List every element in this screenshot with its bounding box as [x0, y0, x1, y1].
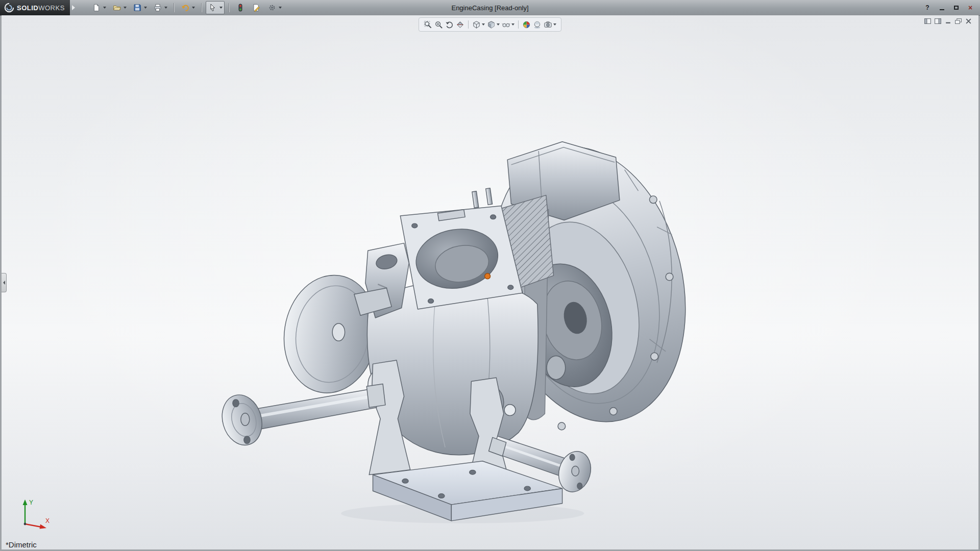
select-tool-group — [206, 1, 225, 14]
select-cursor-icon — [209, 4, 217, 12]
toolbar-separator — [518, 20, 519, 29]
printer-icon — [154, 4, 162, 12]
feature-panel-collapse-tab[interactable] — [2, 273, 7, 292]
restore-document-icon — [955, 18, 962, 24]
apply-scene-button[interactable] — [532, 20, 542, 30]
toolbar-separator — [229, 3, 229, 12]
engine-casing-model[interactable] — [216, 128, 712, 523]
collapse-arrow-icon — [3, 281, 5, 285]
edit-appearance-ball-icon — [522, 20, 531, 29]
toolbar-separator — [174, 3, 174, 12]
open-dropdown-arrow[interactable] — [124, 7, 127, 9]
minimize-document-button[interactable] — [944, 18, 952, 24]
open-folder-icon — [113, 4, 121, 12]
new-document-button[interactable] — [91, 3, 102, 13]
options-button[interactable] — [267, 3, 277, 13]
display-style-dropdown-arrow[interactable] — [497, 23, 500, 26]
vertex-highlight-marker — [485, 273, 491, 279]
display-style-button[interactable] — [486, 20, 500, 30]
file-properties-button[interactable] — [251, 3, 261, 13]
save-group — [130, 1, 149, 14]
previous-view-icon — [445, 20, 454, 29]
minimize-icon — [940, 9, 944, 10]
open-button[interactable] — [112, 3, 122, 13]
dassault-3ds-icon — [4, 3, 14, 13]
new-document-dropdown-arrow[interactable] — [103, 7, 106, 9]
window-controls: ? × — [922, 4, 980, 12]
maximize-icon — [954, 6, 959, 10]
file-properties-group — [249, 1, 263, 14]
undo-dropdown-arrow[interactable] — [192, 7, 195, 9]
save-floppy-icon — [133, 4, 141, 12]
titlebar: SOLIDWORKS — [0, 0, 980, 16]
x-axis-arrow-icon — [40, 524, 47, 529]
restore-document-button[interactable] — [954, 18, 962, 24]
close-window-button[interactable]: × — [965, 4, 976, 12]
close-document-button[interactable] — [965, 18, 972, 24]
zoom-to-fit-icon — [424, 20, 432, 29]
options-dropdown-arrow[interactable] — [279, 7, 282, 9]
view-orientation-cube-icon — [472, 20, 481, 29]
hide-show-items-dropdown-arrow[interactable] — [511, 23, 514, 26]
new-document-group — [89, 1, 108, 14]
print-dropdown-arrow[interactable] — [164, 7, 167, 9]
menu-flyout-arrow-icon[interactable] — [72, 5, 75, 10]
select-tool-dropdown-arrow[interactable] — [219, 7, 223, 9]
minimize-document-icon — [945, 18, 951, 24]
rebuild-button[interactable] — [235, 3, 246, 13]
previous-document-icon — [924, 18, 931, 24]
x-axis — [25, 524, 41, 527]
view-settings-icon — [544, 20, 552, 29]
y-axis-label: Y — [29, 499, 33, 506]
view-settings-button[interactable] — [543, 20, 557, 30]
rebuild-group — [233, 1, 248, 14]
next-document-button[interactable] — [934, 18, 942, 24]
solidworks-window: SOLIDWORKS — [0, 0, 980, 551]
triad-origin — [24, 523, 27, 525]
y-axis-arrow-icon — [23, 499, 28, 505]
select-tool-button[interactable] — [208, 3, 218, 13]
display-style-icon — [487, 20, 496, 29]
section-view-button[interactable] — [455, 20, 465, 30]
solidworks-brand: SOLIDWORKS — [0, 0, 70, 15]
view-orientation-dropdown-arrow[interactable] — [482, 23, 485, 26]
zoom-to-fit-button[interactable] — [423, 20, 433, 30]
options-group — [265, 1, 284, 14]
document-window-controls — [924, 18, 972, 24]
x-axis-label: X — [45, 517, 50, 524]
previous-document-button[interactable] — [924, 18, 932, 24]
previous-view-button[interactable] — [445, 20, 454, 30]
open-group — [110, 1, 129, 14]
undo-button[interactable] — [180, 3, 190, 13]
rebuild-stoplight-icon — [236, 4, 244, 12]
hide-show-items-button[interactable] — [501, 20, 515, 30]
zoom-to-area-button[interactable] — [434, 20, 444, 30]
close-document-icon — [965, 18, 972, 24]
hide-show-items-icon — [502, 20, 510, 29]
print-button[interactable] — [153, 3, 163, 13]
minimize-window-button[interactable] — [936, 4, 947, 12]
brand-wordmark: SOLIDWORKS — [17, 4, 65, 12]
section-view-icon — [456, 20, 464, 29]
edit-appearance-button[interactable] — [522, 20, 531, 30]
maximize-window-button[interactable] — [950, 4, 962, 12]
print-group — [151, 1, 169, 14]
view-orientation-button[interactable] — [472, 20, 485, 30]
zoom-to-area-icon — [434, 20, 443, 29]
undo-group — [178, 1, 197, 14]
heads-up-view-toolbar — [419, 17, 561, 32]
save-button[interactable] — [132, 3, 142, 13]
apply-scene-icon — [533, 20, 542, 29]
undo-arrow-icon — [181, 4, 189, 12]
view-settings-dropdown-arrow[interactable] — [553, 23, 556, 26]
model-canvas[interactable] — [2, 15, 978, 549]
file-properties-icon — [252, 4, 260, 12]
graphics-viewport[interactable]: Y X *Dimetric — [2, 15, 978, 549]
coordinate-triad: Y X — [17, 496, 54, 532]
main-toolbar — [89, 1, 284, 14]
help-button[interactable]: ? — [922, 4, 933, 12]
save-dropdown-arrow[interactable] — [144, 7, 147, 9]
toolbar-separator — [201, 3, 202, 12]
new-document-icon — [92, 4, 101, 12]
toolbar-separator — [468, 20, 469, 29]
